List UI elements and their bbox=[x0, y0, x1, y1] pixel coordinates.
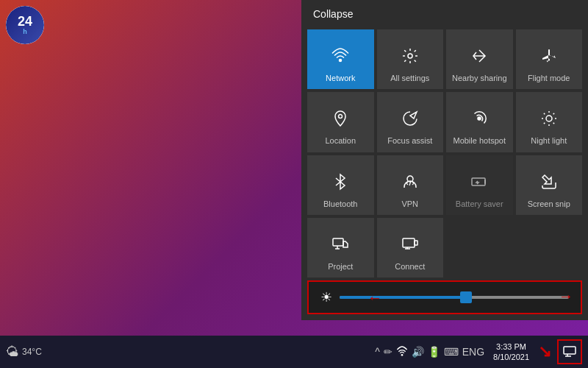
tile-mobile-hotspot[interactable]: Mobile hotspot bbox=[446, 92, 513, 152]
svg-rect-7 bbox=[333, 238, 343, 246]
connect-icon bbox=[401, 236, 419, 258]
mobile-hotspot-icon bbox=[470, 110, 488, 132]
svg-point-2 bbox=[339, 115, 343, 118]
svg-rect-8 bbox=[403, 238, 415, 247]
tile-connect[interactable]: Connect bbox=[377, 218, 444, 277]
svg-point-4 bbox=[546, 116, 552, 121]
brightness-icon: ☀ bbox=[320, 289, 332, 305]
tile-all-settings-label: All settings bbox=[390, 74, 429, 83]
tile-location[interactable]: Location bbox=[307, 92, 374, 152]
temperature: 34°C bbox=[22, 347, 42, 357]
tile-all-settings[interactable]: All settings bbox=[377, 29, 444, 89]
collapse-label[interactable]: Collapse bbox=[313, 8, 353, 20]
tile-battery-saver-label: Battery saver bbox=[456, 199, 503, 209]
taskbar: 🌤 34°C ^ ✏ 🔊 🔋 ⌨ ENG 3:33 PM 8/10/2021 bbox=[0, 336, 588, 368]
tray-icons: ^ ✏ 🔊 🔋 ⌨ ENG bbox=[375, 346, 484, 358]
slider-fill bbox=[340, 296, 466, 299]
tile-mobile-hotspot-label: Mobile hotspot bbox=[453, 136, 506, 146]
tile-bluetooth[interactable]: Bluetooth bbox=[307, 155, 374, 215]
svg-rect-11 bbox=[564, 347, 576, 354]
tile-project[interactable]: Project bbox=[307, 218, 374, 277]
svg-rect-9 bbox=[415, 241, 417, 245]
tiles-grid: Network All settings Nearby sharing Flig… bbox=[301, 26, 588, 280]
battery-saver-icon bbox=[470, 173, 488, 195]
settings-icon bbox=[401, 47, 419, 69]
night-light-icon bbox=[540, 110, 558, 132]
tray-lang[interactable]: ENG bbox=[462, 346, 484, 358]
tile-network-label: Network bbox=[326, 74, 355, 83]
weather-icon: 🌤 bbox=[6, 344, 19, 360]
tray-keyboard-icon: ⌨ bbox=[444, 346, 459, 358]
tile-bluetooth-label: Bluetooth bbox=[323, 199, 357, 209]
logo: 24 h bbox=[6, 6, 44, 44]
red-arrow-right: → bbox=[559, 288, 573, 305]
tray-battery-icon: 🔋 bbox=[428, 346, 440, 358]
tile-location-label: Location bbox=[325, 136, 356, 146]
focus-assist-icon bbox=[401, 110, 419, 132]
logo-superscript: h bbox=[23, 28, 27, 35]
tile-flight-mode[interactable]: Flight mode bbox=[516, 29, 583, 89]
project-icon bbox=[331, 236, 349, 258]
tray-chevron-icon[interactable]: ^ bbox=[375, 346, 380, 358]
collapse-bar[interactable]: Collapse bbox=[301, 0, 588, 26]
screen-snip-icon bbox=[540, 173, 558, 195]
tile-screen-snip[interactable]: Screen snip bbox=[516, 155, 583, 215]
svg-point-10 bbox=[401, 354, 403, 356]
tile-project-label: Project bbox=[328, 262, 353, 272]
logo-text: 24 bbox=[18, 15, 32, 28]
tile-network[interactable]: Network bbox=[307, 29, 374, 89]
tile-focus-assist-label: Focus assist bbox=[387, 136, 432, 146]
clock-area[interactable]: 3:33 PM 8/10/2021 bbox=[493, 342, 529, 363]
flight-mode-icon bbox=[540, 47, 558, 69]
tray-pen-icon: ✏ bbox=[384, 346, 392, 358]
network-icon bbox=[331, 47, 349, 69]
tray-wifi-icon bbox=[396, 346, 408, 358]
bluetooth-icon bbox=[331, 173, 349, 195]
tile-night-light[interactable]: Night light bbox=[516, 92, 583, 152]
tile-flight-mode-label: Flight mode bbox=[528, 74, 570, 83]
tile-nearby-sharing[interactable]: Nearby sharing bbox=[446, 29, 513, 89]
tray-volume-icon: 🔊 bbox=[412, 346, 424, 358]
svg-point-0 bbox=[340, 60, 342, 62]
location-icon bbox=[331, 110, 349, 132]
svg-point-3 bbox=[478, 117, 481, 120]
tile-nearby-sharing-label: Nearby sharing bbox=[452, 74, 507, 83]
tile-focus-assist[interactable]: Focus assist bbox=[377, 92, 444, 152]
nearby-sharing-icon bbox=[470, 47, 488, 69]
time: 3:33 PM bbox=[496, 342, 526, 352]
action-center-button[interactable] bbox=[557, 339, 582, 364]
taskbar-down-arrow: ↘ bbox=[538, 342, 551, 361]
vpn-icon bbox=[401, 173, 419, 195]
brightness-control: ☀ ← → bbox=[307, 280, 582, 314]
system-tray: ^ ✏ 🔊 🔋 ⌨ ENG 3:33 PM 8/10/2021 ↘ bbox=[375, 339, 582, 364]
date: 8/10/2021 bbox=[493, 352, 529, 362]
action-center-panel: Collapse Network All settings Nearby sha… bbox=[301, 0, 588, 320]
svg-rect-6 bbox=[472, 178, 485, 185]
weather-area[interactable]: 🌤 34°C bbox=[6, 344, 42, 360]
tile-screen-snip-label: Screen snip bbox=[528, 199, 570, 209]
tile-battery-saver[interactable]: Battery saver bbox=[446, 155, 513, 215]
tile-connect-label: Connect bbox=[395, 262, 425, 272]
tile-vpn-label: VPN bbox=[401, 199, 418, 209]
slider-thumb[interactable] bbox=[460, 291, 472, 303]
tile-vpn[interactable]: VPN bbox=[377, 155, 444, 215]
red-arrow-left: ← bbox=[368, 289, 382, 306]
tile-night-light-label: Night light bbox=[531, 136, 567, 146]
svg-point-1 bbox=[408, 54, 412, 58]
